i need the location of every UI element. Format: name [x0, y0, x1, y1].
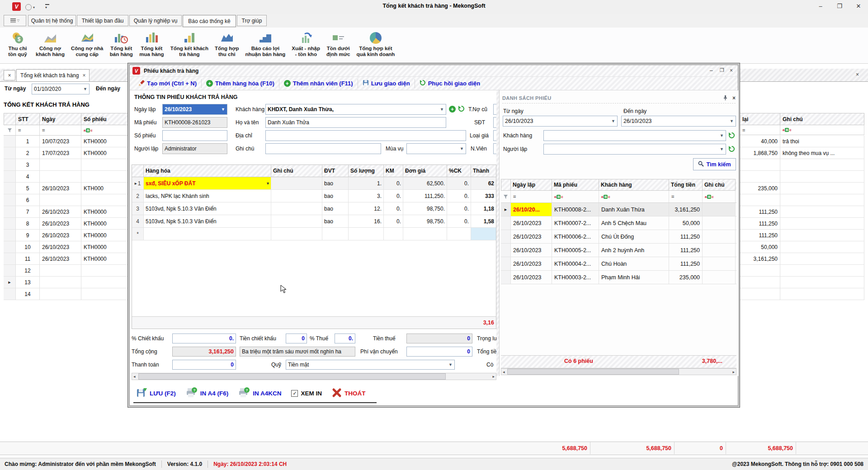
- row-header[interactable]: [501, 244, 511, 257]
- row-header[interactable]: 4: [132, 215, 144, 227]
- cell-ghi-chu[interactable]: [780, 241, 864, 253]
- ribbon-tong-ket-khach-tra-hang[interactable]: Tổng kết khách trả hàng: [167, 28, 212, 63]
- cell-don-gia[interactable]: 111,250.: [403, 190, 447, 202]
- cell-stt[interactable]: 13: [16, 277, 40, 288]
- cell-stt[interactable]: 8: [16, 218, 40, 229]
- filter-equals-icon[interactable]: =: [511, 191, 552, 202]
- cell-khach-hang[interactable]: Danh Xuân Thừa: [599, 203, 669, 216]
- cell-stt[interactable]: 1: [16, 136, 40, 147]
- cell-don-gia[interactable]: 98,750.: [403, 202, 447, 215]
- cell-ngay[interactable]: 26/10/2023: [40, 241, 81, 253]
- cell-ngay-lap[interactable]: 26/10/20...: [511, 203, 552, 216]
- cell-ngay[interactable]: [40, 265, 81, 276]
- cell-thanh-tien[interactable]: 62: [471, 177, 496, 189]
- list-item[interactable]: 26/10/2023 KTH00007-2... Anh 5 Chệch Mau…: [501, 216, 736, 230]
- refresh-icon[interactable]: [728, 146, 735, 154]
- cell-con-lai[interactable]: [733, 277, 780, 288]
- col-ma-phieu[interactable]: Mã phiếu: [552, 179, 599, 191]
- cell-thanh-tien[interactable]: 1,58: [471, 215, 496, 227]
- scroll-left-icon[interactable]: ◂: [501, 370, 506, 374]
- maximize-button[interactable]: ❐: [830, 0, 849, 12]
- cell-ghi-chu[interactable]: [780, 206, 864, 218]
- tab-quan-ly-nghiep-vu[interactable]: Quản lý nghiệp vụ: [129, 15, 182, 26]
- cell-stt[interactable]: 10: [16, 241, 40, 253]
- col-ghi-chu[interactable]: Ghi chú: [271, 165, 322, 177]
- row-header[interactable]: [501, 230, 511, 243]
- cell-ngay[interactable]: 26/10/2023: [40, 206, 81, 217]
- cell-con-lai[interactable]: 111,250: [733, 206, 780, 218]
- tab-thiet-lap-ban-dau[interactable]: Thiết lập ban đầu: [77, 15, 128, 26]
- list-item[interactable]: 26/10/2023 KTH00006-2... Chú Út Đống 111…: [501, 230, 736, 244]
- col-ngay-lap[interactable]: Ngày lập: [511, 179, 552, 191]
- cell-stt[interactable]: 3: [16, 159, 40, 170]
- cell-km[interactable]: 0.: [384, 215, 403, 227]
- filter-abc-icon[interactable]: aBc: [780, 125, 864, 135]
- cell-con-lai[interactable]: 3,161,250: [733, 253, 780, 265]
- scroll-left-icon[interactable]: ◂: [132, 374, 137, 379]
- cell-hang-hoa[interactable]: lacks, NPK lạc Khánh sinh: [144, 190, 271, 202]
- cell-con-lai[interactable]: [733, 194, 780, 206]
- cell-km[interactable]: 0.: [384, 202, 403, 215]
- dialog-h-scrollbar[interactable]: ◂ ▸: [132, 373, 496, 380]
- cell-dvt[interactable]: bao: [322, 215, 349, 227]
- row-header[interactable]: [501, 216, 511, 230]
- cell-ngay[interactable]: 26/10/2023: [40, 183, 81, 194]
- chevron-down-icon[interactable]: ▼: [728, 119, 734, 123]
- item-row[interactable]: 1 sxđ, SIÊU xỐP ĐẤT bao 1. 0. 62,500. 0.…: [132, 177, 496, 190]
- ck-pct-input[interactable]: 0.: [172, 334, 236, 343]
- cell-ma-phieu[interactable]: KTH00004-2...: [552, 257, 599, 270]
- cell-khach-hang[interactable]: Chú Hoàn: [599, 257, 669, 270]
- chevron-down-icon[interactable]: ▼: [718, 133, 724, 138]
- col-ck[interactable]: %CK: [447, 165, 471, 177]
- filter-abc-icon[interactable]: aBc: [599, 191, 669, 202]
- row-header[interactable]: [4, 171, 16, 182]
- cell-khach-hang[interactable]: Phạm Minh Hải: [599, 271, 669, 284]
- cell-khach-hang[interactable]: Anh 2 huỳnh Anh: [599, 244, 669, 257]
- dialog-close-icon[interactable]: ×: [730, 67, 733, 74]
- cell-so-luong[interactable]: 16.: [349, 215, 384, 227]
- cell-ghi-chu[interactable]: [780, 265, 864, 277]
- cell-tong-tien[interactable]: 111,250: [669, 230, 703, 243]
- cell-hang-hoa[interactable]: sxđ, SIÊU xỐP ĐẤT: [144, 177, 271, 189]
- ngay-lap-input[interactable]: 26/10/2023 ▼: [162, 104, 227, 115]
- dialog-minimize-icon[interactable]: –: [710, 67, 713, 74]
- scroll-right-icon[interactable]: ▸: [491, 374, 496, 379]
- so-phieu-input[interactable]: [162, 130, 227, 141]
- filter-funnel-icon[interactable]: [4, 125, 16, 136]
- cell-ngay[interactable]: 26/10/2023: [40, 218, 81, 229]
- cell-ghi-chu[interactable]: [703, 203, 736, 216]
- cell-tong-tien[interactable]: 235,000: [669, 271, 703, 284]
- row-header[interactable]: [4, 147, 16, 159]
- list-item[interactable]: 26/10/2023 KTH00003-2... Phạm Minh Hải 2…: [501, 271, 736, 284]
- ribbon-ton-duoi-dinh-muc[interactable]: Tồn dưới định mức: [323, 28, 353, 63]
- close-button[interactable]: ✕: [849, 0, 868, 12]
- cell-ghi-chu[interactable]: [780, 183, 864, 194]
- filter-funnel-icon[interactable]: [501, 191, 511, 202]
- row-header[interactable]: 2: [132, 190, 144, 202]
- save-layout-button[interactable]: Lưu giao diện: [358, 80, 415, 87]
- cell-tong-tien[interactable]: 50,000: [669, 216, 703, 230]
- cell-con-lai[interactable]: [733, 265, 780, 277]
- refresh-icon[interactable]: [458, 105, 465, 113]
- filter-equals-icon[interactable]: =: [669, 191, 703, 202]
- cell-ngay[interactable]: 17/07/2023: [40, 147, 81, 159]
- cell-stt[interactable]: 12: [16, 265, 40, 276]
- cell-con-lai[interactable]: [733, 159, 780, 171]
- col-thanh-tien[interactable]: Thành: [471, 165, 496, 177]
- cell-ngay[interactable]: 26/10/2023: [40, 230, 81, 241]
- row-header[interactable]: [4, 230, 16, 241]
- panel-customer-combo[interactable]: ▼: [543, 130, 726, 141]
- row-header[interactable]: [501, 203, 511, 216]
- add-customer-icon[interactable]: +: [449, 106, 456, 113]
- cell-ngay-lap[interactable]: 26/10/2023: [511, 271, 552, 284]
- panel-creator-combo[interactable]: ▼: [543, 144, 726, 155]
- cell-ma-phieu[interactable]: KTH00005-2...: [552, 244, 599, 257]
- pin-icon[interactable]: [723, 95, 728, 102]
- list-item[interactable]: 26/10/2023 KTH00005-2... Anh 2 huỳnh Anh…: [501, 244, 736, 257]
- cell-ck[interactable]: 0.: [447, 215, 471, 227]
- preview-checkbox[interactable]: ✓ XEM IN: [291, 390, 322, 397]
- col-km[interactable]: KM: [384, 165, 403, 177]
- save-button[interactable]: LƯU (F2): [136, 387, 176, 400]
- chevron-down-icon[interactable]: ▼: [447, 362, 453, 367]
- refresh-icon[interactable]: [728, 132, 735, 140]
